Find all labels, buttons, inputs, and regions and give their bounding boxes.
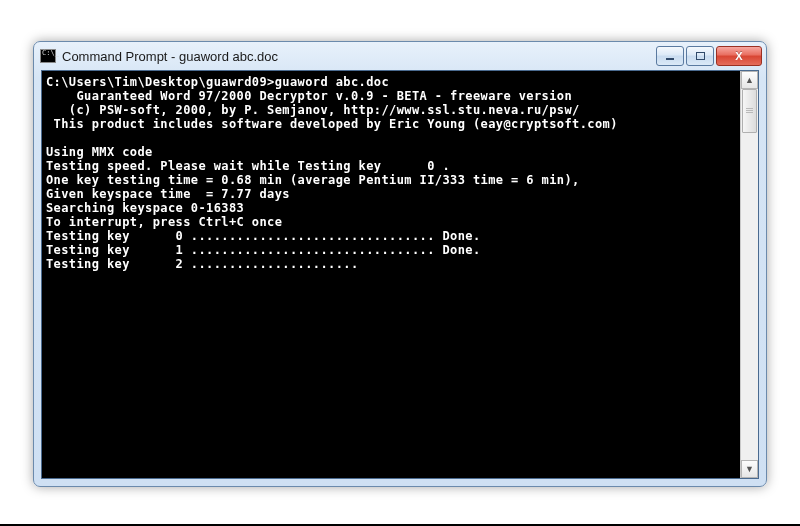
mmx-line: Using MMX code xyxy=(46,145,153,159)
scroll-down-button[interactable]: ▼ xyxy=(741,460,758,478)
banner-line: Guaranteed Word 97/2000 Decryptor v.0.9 … xyxy=(46,89,572,103)
interrupt-line: To interrupt, press Ctrl+C once xyxy=(46,215,282,229)
window-title: Command Prompt - guaword abc.doc xyxy=(62,49,654,64)
scroll-up-button[interactable]: ▲ xyxy=(741,71,758,89)
cmd-icon xyxy=(40,49,56,63)
scroll-thumb[interactable] xyxy=(742,89,757,133)
client-area: C:\Users\Tim\Desktop\guawrd09>guaword ab… xyxy=(41,70,759,479)
vertical-scrollbar[interactable]: ▲ ▼ xyxy=(740,71,758,478)
chevron-up-icon: ▲ xyxy=(745,75,754,85)
terminal-output[interactable]: C:\Users\Tim\Desktop\guawrd09>guaword ab… xyxy=(42,71,740,478)
close-button[interactable]: X xyxy=(716,46,762,66)
prompt-text: C:\Users\Tim\Desktop\guawrd09> xyxy=(46,75,275,89)
progress-line: Testing key 2 ...................... xyxy=(46,257,359,271)
close-icon: X xyxy=(735,50,742,62)
maximize-button[interactable] xyxy=(686,46,714,66)
titlebar[interactable]: Command Prompt - guaword abc.doc X xyxy=(34,42,766,70)
banner-line: This product includes software developed… xyxy=(46,117,618,131)
chevron-down-icon: ▼ xyxy=(745,464,754,474)
minimize-button[interactable] xyxy=(656,46,684,66)
progress-line: Testing key 0 ..........................… xyxy=(46,229,481,243)
maximize-icon xyxy=(696,52,705,60)
command-prompt-window: Command Prompt - guaword abc.doc X C:\Us… xyxy=(33,41,767,487)
window-button-group: X xyxy=(654,46,762,66)
progress-line: Testing key 1 ..........................… xyxy=(46,243,481,257)
keyspace-time-line: Given keyspace time = 7.77 days xyxy=(46,187,290,201)
banner-line: (c) PSW-soft, 2000, by P. Semjanov, http… xyxy=(46,103,580,117)
searching-line: Searching keyspace 0-16383 xyxy=(46,201,244,215)
scroll-track[interactable] xyxy=(741,89,758,460)
command-text: guaword abc.doc xyxy=(275,75,389,89)
one-key-time-line: One key testing time = 0.68 min (average… xyxy=(46,173,580,187)
testing-speed-line: Testing speed. Please wait while Testing… xyxy=(46,159,450,173)
minimize-icon xyxy=(666,58,674,60)
